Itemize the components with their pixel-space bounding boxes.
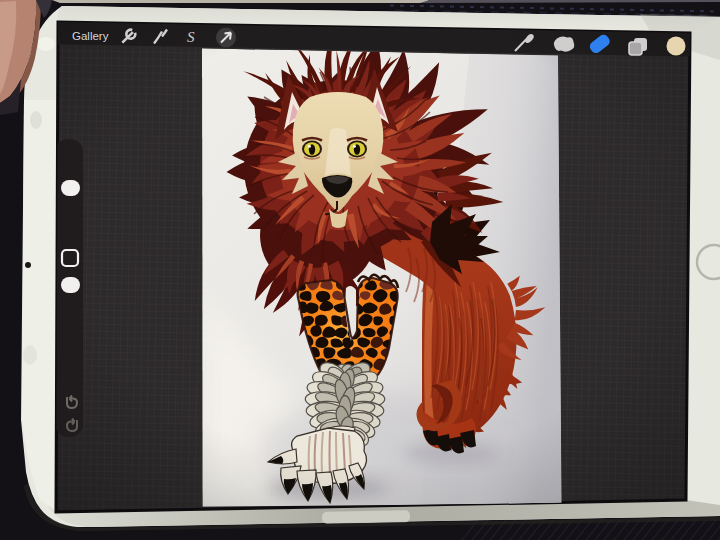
svg-text:Gallery: Gallery: [72, 30, 109, 42]
svg-text:S: S: [187, 29, 195, 45]
